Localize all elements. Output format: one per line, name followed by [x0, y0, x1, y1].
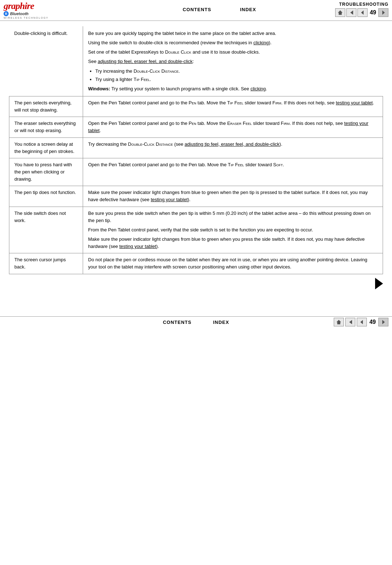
svg-marker-2	[361, 10, 364, 15]
solution-cell: Make sure the power indicator light chan…	[83, 186, 383, 207]
back-button[interactable]	[346, 8, 356, 17]
prev-button[interactable]	[357, 8, 368, 17]
footer-home-button[interactable]	[334, 318, 344, 326]
testing-link-1[interactable]: testing your tablet	[336, 100, 373, 105]
main-content: Double-clicking is difficult. Be sure yo…	[0, 21, 392, 302]
footer-nav: CONTENTS INDEX	[163, 320, 229, 325]
footer-index-link[interactable]: INDEX	[213, 320, 229, 325]
table-row: The pen tip does not function. Make sure…	[9, 186, 383, 207]
table-row: You have to press hard with the pen when…	[9, 158, 383, 186]
solution-cell: Open the Pen Tablet control panel and go…	[83, 96, 383, 117]
svg-marker-5	[349, 320, 352, 324]
solution-cell: Open the Pen Tablet control panel and go…	[83, 117, 383, 137]
page-header: graphire B Bluetooth WIRELESS TECHNOLOGY…	[0, 0, 392, 21]
brand-tagline: WIRELESS TECHNOLOGY	[4, 17, 49, 19]
header-controls: 49	[335, 8, 388, 17]
table-row: Double-clicking is difficult. Be sure yo…	[9, 26, 383, 96]
svg-marker-0	[338, 10, 342, 15]
svg-marker-4	[337, 320, 341, 324]
table-row: The eraser selects everything or will no…	[9, 117, 383, 137]
footer-prev-button[interactable]	[357, 318, 367, 326]
page-number-header: 49	[369, 9, 377, 16]
logo-text: graphire	[4, 1, 34, 11]
svg-marker-3	[382, 10, 385, 15]
problem-cell: The eraser selects everything or will no…	[9, 117, 83, 137]
problem-cell: You have to press hard with the pen when…	[9, 158, 83, 186]
footer-contents-link[interactable]: CONTENTS	[163, 320, 192, 325]
page-number-footer: 49	[368, 319, 377, 325]
footer-next-button[interactable]	[378, 318, 388, 326]
clicking-link-2[interactable]: clicking	[250, 86, 266, 91]
solution-cell: Try decreasing the Double-Click Distance…	[83, 137, 383, 158]
index-nav-link[interactable]: INDEX	[240, 7, 256, 12]
header-right: TROUBLESHOOTING 49	[335, 2, 388, 17]
solution-content: Be sure you are quickly tapping the tabl…	[88, 30, 378, 92]
contents-nav-link[interactable]: CONTENTS	[183, 7, 211, 12]
next-page-arrow[interactable]	[375, 278, 383, 289]
troubleshooting-label: TROUBLESHOOTING	[339, 2, 388, 7]
solution-cell: Open the Pen Tablet control panel and go…	[83, 158, 383, 186]
problem-cell: You notice a screen delay at the beginni…	[9, 137, 83, 158]
next-button[interactable]	[378, 8, 388, 17]
problem-cell: The screen cursor jumps back.	[9, 253, 83, 274]
bluetooth-label: Bluetooth	[10, 12, 28, 16]
troubleshooting-table: Double-clicking is difficult. Be sure yo…	[9, 26, 383, 274]
logo-area: graphire B Bluetooth WIRELESS TECHNOLOGY	[4, 1, 50, 19]
table-row: The screen cursor jumps back. Do not pla…	[9, 253, 383, 274]
solution-content: Be sure you press the side switch when t…	[88, 210, 378, 250]
solution-cell: Be sure you are quickly tapping the tabl…	[83, 26, 383, 96]
footer-controls: 49	[334, 318, 388, 326]
table-row: The pen selects everything, will not sto…	[9, 96, 383, 117]
problem-cell: The pen tip does not function.	[9, 186, 83, 207]
clicking-link-1[interactable]: clicking	[254, 40, 269, 45]
svg-marker-1	[350, 10, 353, 15]
problem-cell: The side switch does not work.	[9, 207, 83, 253]
home-button[interactable]	[335, 8, 345, 17]
adjusting-link-2[interactable]: adjusting tip feel, eraser feel, and dou…	[184, 141, 279, 147]
testing-link-4[interactable]: testing your tablet	[119, 244, 156, 249]
footer-back-button[interactable]	[345, 318, 355, 326]
next-arrow-area	[9, 274, 383, 297]
svg-marker-6	[360, 320, 363, 324]
problem-cell: Double-clicking is difficult.	[9, 26, 83, 96]
testing-link-3[interactable]: testing your tablet	[151, 197, 188, 202]
page-footer: CONTENTS INDEX 49	[0, 316, 392, 328]
problem-cell: The pen selects everything, will not sto…	[9, 96, 83, 117]
solution-cell: Do not place the pen or cordless mouse o…	[83, 253, 383, 274]
table-row: You notice a screen delay at the beginni…	[9, 137, 383, 158]
adjusting-link-1[interactable]: adjusting tip feel, eraser feel, and dou…	[98, 59, 193, 64]
table-row: The side switch does not work. Be sure y…	[9, 207, 383, 253]
solution-cell: Be sure you press the side switch when t…	[83, 207, 383, 253]
svg-marker-7	[382, 320, 385, 324]
